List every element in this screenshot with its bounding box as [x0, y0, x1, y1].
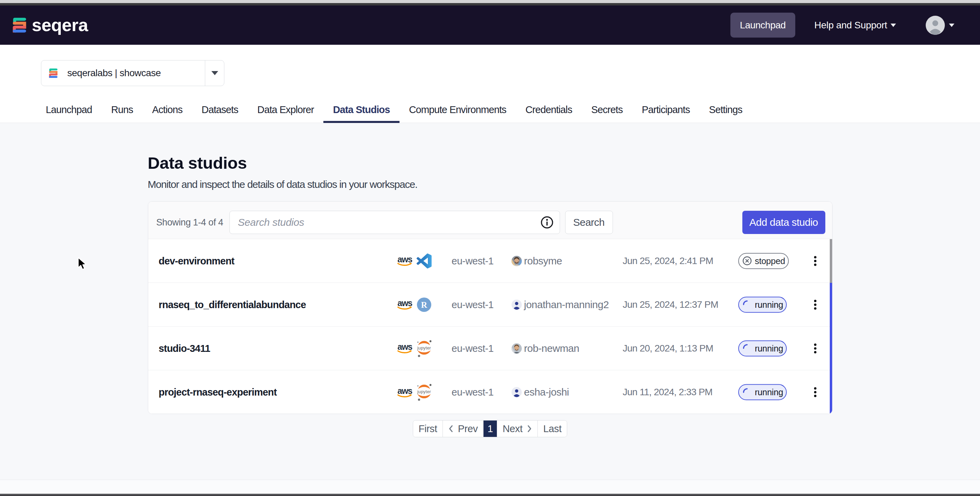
row-menu-kebab[interactable]: [810, 384, 821, 401]
tab-data-explorer[interactable]: Data Explorer: [248, 98, 324, 123]
chevron-down-icon[interactable]: [949, 24, 955, 27]
user-name: robsyme: [524, 255, 562, 267]
user: robsyme: [512, 255, 562, 267]
pagination-last-button[interactable]: Last: [538, 421, 567, 437]
updated-date: Jun 25, 2024, 2:41 PM: [623, 255, 713, 266]
running-spinner-icon: [742, 300, 752, 309]
seqera-logo-icon: [11, 18, 28, 33]
tab-runs[interactable]: Runs: [102, 98, 142, 123]
workspace-header: seqeralabs | showcase Launchpad Runs Act…: [0, 45, 980, 123]
help-and-support-menu[interactable]: Help and Support: [815, 20, 896, 31]
user-avatar-icon: [926, 16, 945, 35]
table-row[interactable]: dev-environment eu-west-1: [148, 239, 832, 283]
table-scrollbar[interactable]: [830, 239, 832, 414]
status-badge-stopped: stopped: [738, 253, 789, 269]
tab-compute-environments[interactable]: Compute Environments: [399, 98, 516, 123]
search-button[interactable]: Search: [565, 211, 613, 234]
tab-actions[interactable]: Actions: [143, 98, 192, 123]
chevron-right-icon: [527, 424, 532, 433]
page-subtitle: Monitor and inspect the details of data …: [148, 179, 832, 190]
user: jonathan-manning2: [512, 299, 609, 311]
aws-icon: [398, 299, 412, 310]
workspace-selector-value: seqeralabs | showcase: [41, 61, 205, 86]
workspace-caret-button[interactable]: [205, 61, 224, 86]
status-cell: stopped: [738, 253, 789, 269]
studio-name[interactable]: studio-3411: [159, 343, 210, 354]
region: eu-west-1: [452, 255, 494, 266]
scrollbar-thumb[interactable]: [830, 239, 832, 283]
main-content: Data studios Monitor and inspect the det…: [0, 123, 980, 480]
tab-participants[interactable]: Participants: [632, 98, 700, 123]
search-input[interactable]: [230, 211, 535, 234]
add-data-studio-button[interactable]: Add data studio: [742, 211, 825, 234]
studio-name[interactable]: dev-environment: [159, 255, 235, 266]
table-row[interactable]: rnaseq_to_differentialabundance R eu-w: [148, 283, 832, 327]
footer-strip: [0, 480, 980, 494]
user-photo-avatar: [512, 256, 522, 266]
studio-name[interactable]: rnaseq_to_differentialabundance: [159, 299, 306, 310]
help-and-support-label: Help and Support: [815, 20, 887, 31]
user: esha-joshi: [512, 386, 569, 398]
workspace-tabs: Launchpad Runs Actions Datasets Data Exp…: [36, 98, 752, 123]
tab-settings[interactable]: Settings: [699, 98, 752, 123]
table-row[interactable]: studio-3411 jupyter: [148, 327, 832, 370]
kebab-icon: [814, 256, 816, 266]
region: eu-west-1: [452, 343, 494, 354]
user-avatar-button[interactable]: [926, 16, 945, 35]
region: eu-west-1: [452, 299, 494, 310]
studio-icons: jupyter: [398, 383, 432, 401]
tab-data-studios[interactable]: Data Studios: [323, 98, 399, 123]
kebab-icon: [814, 300, 816, 309]
pagination-page-1-button[interactable]: 1: [484, 421, 497, 437]
brand-wordmark: seqera: [32, 15, 88, 35]
user-name: jonathan-manning2: [524, 299, 609, 311]
pagination-first-button[interactable]: First: [413, 421, 443, 437]
user-generic-avatar: [512, 300, 522, 310]
pagination-next-label: Next: [503, 423, 522, 434]
row-menu-kebab[interactable]: [810, 340, 821, 357]
status-label: running: [755, 388, 783, 397]
status-badge-running: running: [738, 297, 787, 313]
pagination-prev-label: Prev: [458, 423, 478, 434]
status-cell: running: [738, 297, 787, 313]
row-menu-kebab[interactable]: [810, 296, 821, 313]
pagination: First Prev 1 Next Last: [148, 420, 832, 437]
updated-date: Jun 11, 2024, 2:33 PM: [623, 387, 713, 398]
status-badge-running: running: [738, 340, 787, 356]
brand[interactable]: seqera: [11, 15, 88, 35]
studios-card: Showing 1-4 of 4 Search Add data studio: [148, 201, 832, 414]
status-label: stopped: [755, 256, 785, 266]
navbar-right: Launchpad Help and Support: [730, 13, 955, 38]
studios-table: dev-environment eu-west-1: [148, 239, 832, 414]
workspace-selector[interactable]: seqeralabs | showcase: [41, 60, 224, 86]
chevron-left-icon: [448, 424, 453, 433]
pagination-next-button[interactable]: Next: [497, 421, 538, 437]
jupyter-icon: jupyter: [417, 383, 432, 401]
row-menu-kebab[interactable]: [810, 252, 821, 269]
svg-text:jupyter: jupyter: [417, 345, 431, 350]
aws-icon: [398, 255, 412, 266]
kebab-icon: [814, 388, 816, 397]
info-icon[interactable]: [535, 211, 560, 234]
tab-credentials[interactable]: Credentials: [516, 98, 582, 123]
updated-date: Jun 20, 2024, 1:13 PM: [623, 343, 713, 354]
user-name: rob-newman: [524, 343, 579, 354]
aws-icon: [398, 387, 412, 398]
tab-secrets[interactable]: Secrets: [582, 98, 632, 123]
user-photo-avatar: [512, 343, 522, 354]
region: eu-west-1: [452, 387, 494, 398]
pagination-prev-button[interactable]: Prev: [443, 421, 484, 437]
studio-name[interactable]: project-rnaseq-experiment: [159, 387, 277, 398]
tab-launchpad[interactable]: Launchpad: [36, 98, 102, 123]
chevron-down-icon: [891, 24, 896, 27]
status-badge-running: running: [738, 384, 787, 400]
jupyter-icon: jupyter: [417, 340, 432, 357]
tab-datasets[interactable]: Datasets: [192, 98, 248, 123]
rstudio-icon: R: [417, 298, 432, 312]
caret-down-icon: [212, 71, 218, 75]
table-row[interactable]: project-rnaseq-experiment: [148, 370, 832, 414]
pagination-group: First Prev 1 Next Last: [413, 420, 568, 437]
status-label: running: [755, 300, 783, 309]
launchpad-button[interactable]: Launchpad: [730, 13, 795, 38]
status-label: running: [755, 343, 783, 353]
